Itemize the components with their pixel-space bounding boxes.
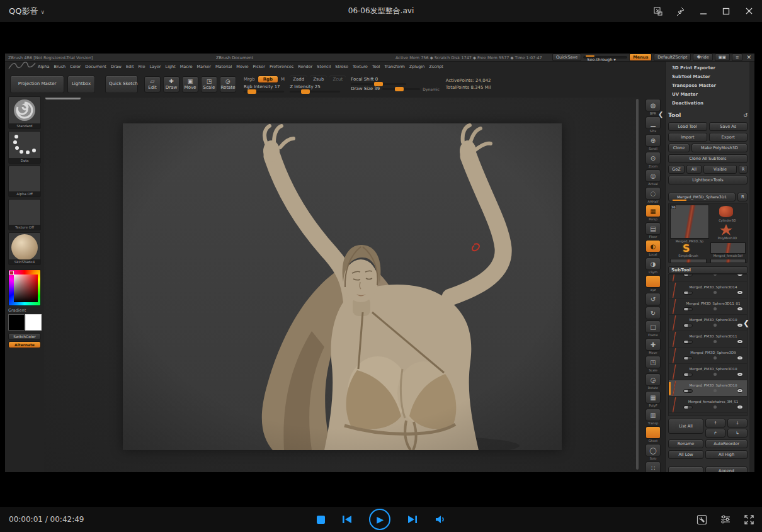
- subtool-item[interactable]: Merged_PM3D_Sphere3D14: [669, 282, 747, 298]
- subtool-up-button[interactable]: ↑: [705, 419, 725, 427]
- subtool-brush-icon[interactable]: [714, 405, 717, 409]
- previous-button[interactable]: [341, 514, 353, 524]
- menu-item[interactable]: Layer: [149, 64, 161, 69]
- polypaint-toggle[interactable]: [683, 340, 693, 344]
- load-tool-button[interactable]: Load Tool: [668, 122, 707, 131]
- plugin-menu-item[interactable]: 3D Print Exporter: [672, 65, 716, 71]
- play-button[interactable]: ▶: [369, 509, 390, 530]
- menu-item[interactable]: Light: [166, 64, 176, 69]
- color-gradient-square[interactable]: [14, 274, 38, 302]
- z-intensity-slider[interactable]: [290, 91, 340, 93]
- visibility-eye-icon[interactable]: [737, 405, 743, 409]
- visibility-eye-icon[interactable]: [737, 372, 743, 376]
- m-toggle[interactable]: M: [281, 77, 285, 82]
- zcut-toggle[interactable]: Zcut: [329, 76, 346, 83]
- dynamic-toggle[interactable]: Dynamic: [423, 87, 439, 91]
- subtool-item[interactable]: Merged_PM3D_Sphere3D11_01: [669, 298, 747, 315]
- right-shelf-button[interactable]: ⊕ Scroll: [645, 134, 661, 150]
- projection-master-button[interactable]: Projection Master: [10, 76, 64, 93]
- quicksketch-button[interactable]: Quick Sketch: [105, 76, 138, 93]
- subtool-down-button[interactable]: ↓: [727, 419, 748, 427]
- alpha-thumbnail[interactable]: Alpha Off: [8, 166, 41, 197]
- menu-item[interactable]: Color: [70, 64, 81, 69]
- tray-collapse-icon[interactable]: ❮: [658, 111, 663, 118]
- right-shelf-button[interactable]: ✚ Move: [645, 338, 661, 354]
- menu-item[interactable]: Movie: [236, 64, 248, 69]
- menu-item[interactable]: Stencil: [317, 64, 331, 69]
- default-zscript-button[interactable]: DefaultZScript: [654, 54, 691, 61]
- palette-icon[interactable]: ▣▣: [715, 54, 730, 61]
- export-button[interactable]: Export: [709, 133, 748, 142]
- minimize-button[interactable]: [697, 4, 710, 18]
- quicksave-button[interactable]: QuickSave: [552, 54, 581, 61]
- menu-item[interactable]: Document: [85, 64, 106, 69]
- right-shelf-button[interactable]: ◑ LSym: [645, 258, 661, 274]
- right-shelf-button[interactable]: ∷ Xpose: [645, 461, 661, 472]
- subtool-brush-icon[interactable]: [714, 291, 717, 294]
- plugin-menu-item[interactable]: SubTool Master: [672, 74, 716, 79]
- material-thumbnail[interactable]: SkinShade4: [8, 232, 41, 265]
- polypaint-toggle[interactable]: [683, 324, 693, 327]
- next-button[interactable]: [407, 514, 418, 524]
- main-color-swatch[interactable]: [8, 314, 25, 331]
- subtool-section-header[interactable]: SubTool: [668, 266, 748, 274]
- subtool-item[interactable]: Merged_PM3D_Sphere3D11: [669, 331, 747, 348]
- maximize-button[interactable]: [719, 4, 733, 18]
- right-shelf-button[interactable]: ◳ Scale: [645, 356, 661, 372]
- polypaint-toggle[interactable]: [683, 405, 693, 409]
- pin-button[interactable]: [674, 4, 688, 18]
- subtool-item[interactable]: Merged_PM3D_Sphere3D9: [669, 348, 747, 364]
- mini-player-button[interactable]: [651, 4, 665, 18]
- menu-item[interactable]: Preferences: [270, 64, 293, 69]
- mode-button[interactable]: ◶ Rotate: [220, 76, 236, 93]
- layout-icon[interactable]: �ride: [693, 54, 712, 61]
- switch-color-button[interactable]: SwitchColor: [8, 333, 41, 340]
- polypaint-toggle[interactable]: [683, 356, 693, 360]
- subtool-item[interactable]: Merged_PM3D_Sphere3D10: [669, 364, 747, 380]
- subtool-item[interactable]: Merged_PM3D_Sphere3D10: [669, 380, 747, 397]
- plugin-menu-item[interactable]: UV Master: [672, 92, 716, 97]
- volume-button[interactable]: [435, 514, 446, 524]
- polypaint-toggle[interactable]: [683, 307, 693, 311]
- right-shelf-button[interactable]: ◶ Rotate: [645, 373, 661, 390]
- mrgb-toggle[interactable]: Mrgb: [244, 77, 255, 82]
- goz-button[interactable]: GoZ: [668, 165, 685, 174]
- texture-thumbnail[interactable]: Texture Off: [8, 199, 41, 230]
- vertical-scrollbar[interactable]: [636, 99, 639, 470]
- subtool-item[interactable]: [669, 274, 747, 282]
- zadd-toggle[interactable]: Zadd: [290, 76, 307, 83]
- right-shelf-button[interactable]: ▤ Floor: [645, 222, 661, 239]
- menu-item[interactable]: Render: [298, 64, 312, 69]
- color-picker[interactable]: [8, 269, 41, 306]
- right-shelf-button[interactable]: ▁ SPix: [645, 116, 661, 133]
- save-as-button[interactable]: Save As: [709, 122, 748, 131]
- visibility-eye-icon[interactable]: [737, 339, 743, 344]
- right-shelf-button[interactable]: ↺: [645, 293, 661, 305]
- visibility-eye-icon[interactable]: [737, 307, 743, 311]
- polypaint-toggle[interactable]: [683, 373, 693, 376]
- subtool-brush-icon[interactable]: [714, 274, 717, 276]
- mode-button[interactable]: ◳ Scale: [201, 76, 217, 93]
- menu-item[interactable]: Alpha: [38, 64, 49, 69]
- subtool-shift-up-button[interactable]: ↱: [705, 429, 725, 438]
- goz-all-button[interactable]: All: [686, 165, 702, 174]
- menus-toggle-button[interactable]: Menus: [629, 54, 652, 61]
- mode-button[interactable]: ▣ Move: [182, 76, 198, 93]
- menu-item[interactable]: Tool: [372, 64, 380, 69]
- zbrush-close-icon[interactable]: ✕: [744, 54, 753, 60]
- see-through-slider[interactable]: See-through ▾: [583, 56, 627, 59]
- video-frame[interactable]: ZBrush 4R6 [Not Registered-Trial Version…: [5, 54, 754, 472]
- tool-slot-merged-sphere[interactable]: [670, 205, 709, 239]
- menu-item[interactable]: Edit: [126, 64, 134, 69]
- menu-item[interactable]: Zscript: [429, 64, 443, 69]
- duplicate-button[interactable]: Duplicate: [668, 467, 703, 472]
- rgb-intensity-slider[interactable]: [244, 91, 284, 93]
- right-shelf-button[interactable]: Ghost: [645, 426, 661, 443]
- divider-icon[interactable]: ≡: [732, 54, 742, 61]
- draw-size-slider[interactable]: [382, 88, 420, 90]
- menu-item[interactable]: Material: [215, 64, 232, 69]
- fullscreen-button[interactable]: [744, 514, 754, 525]
- menu-item[interactable]: Texture: [353, 64, 368, 69]
- tool-slot-merged-female[interactable]: [710, 242, 746, 254]
- rename-button[interactable]: Rename: [668, 439, 703, 448]
